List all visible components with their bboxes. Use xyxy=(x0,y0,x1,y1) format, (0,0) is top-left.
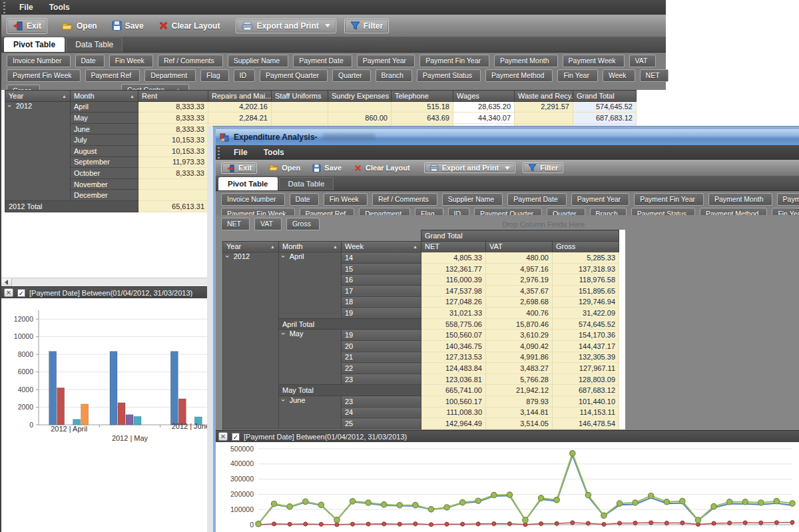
row-header-month[interactable]: ›May xyxy=(279,330,342,385)
row-header-week[interactable]: 22 xyxy=(342,363,421,374)
field-button-ref-comments[interactable]: Ref / Comments xyxy=(158,55,223,67)
field-button-payment-week[interactable]: Payment Week xyxy=(777,193,799,206)
row-header-month[interactable]: July xyxy=(71,134,138,146)
save-button[interactable]: Save xyxy=(107,19,149,33)
field-button-ref-comments[interactable]: Ref / Comments xyxy=(372,193,437,206)
column-header-net[interactable]: NET xyxy=(421,241,486,252)
row-header-month[interactable]: December xyxy=(71,190,138,201)
field-button-payment-year[interactable]: Payment Year xyxy=(357,55,415,67)
row-header-year-total[interactable]: 2012 Total xyxy=(5,200,138,212)
row-header-year[interactable]: ›2012 xyxy=(223,252,279,429)
exit-button[interactable]: Exit xyxy=(221,162,257,174)
field-button-gross[interactable]: Gross xyxy=(286,218,320,230)
row-header-month-total[interactable]: May Total xyxy=(279,385,421,396)
expand-chevron-icon[interactable]: › xyxy=(280,399,288,401)
clear-layout-button[interactable]: Clear Layout xyxy=(350,163,414,173)
field-button-payment-method[interactable]: Payment Method xyxy=(485,69,553,82)
title-bar[interactable]: Expenditure Analysis- xyxy=(216,129,799,145)
field-button-vat[interactable]: VAT xyxy=(629,55,657,67)
field-button-quarter[interactable]: Quarter xyxy=(332,69,371,82)
expand-chevron-icon[interactable]: › xyxy=(6,105,14,107)
tab-data-table[interactable]: Data Table xyxy=(279,177,334,190)
row-header-week[interactable]: 14 xyxy=(342,252,421,264)
column-header-month[interactable]: Month▲ xyxy=(71,91,138,102)
field-button-payment-fin-year[interactable]: Payment Fin Year xyxy=(634,193,704,206)
field-button-payment-month[interactable]: Payment Month xyxy=(494,55,558,67)
filter-checkbox[interactable]: ✓ xyxy=(17,289,25,297)
filter-button[interactable]: Filter xyxy=(344,19,389,33)
filter-button[interactable]: Filter xyxy=(523,162,563,173)
column-header-rent[interactable]: Rent xyxy=(138,91,208,102)
row-header-week[interactable]: 19 xyxy=(342,308,421,319)
field-button-invoice-number[interactable]: Invoice Number xyxy=(221,193,285,206)
field-button-payment-month[interactable]: Payment Month xyxy=(708,193,772,206)
expand-chevron-icon[interactable]: › xyxy=(280,255,288,258)
row-header-month[interactable]: September xyxy=(71,156,138,168)
open-button[interactable]: Open xyxy=(57,19,103,33)
export-print-button[interactable]: Export and Print xyxy=(236,19,336,33)
menu-file[interactable]: File xyxy=(226,148,256,157)
tab-data-table[interactable]: Data Table xyxy=(66,37,123,52)
row-header-week[interactable]: 24 xyxy=(342,407,421,418)
field-button-department[interactable]: Department xyxy=(144,69,196,82)
menu-file[interactable]: File xyxy=(11,3,41,12)
field-button-id[interactable]: ID xyxy=(234,69,256,82)
expand-chevron-icon[interactable]: › xyxy=(280,333,288,336)
row-header-week[interactable]: 20 xyxy=(342,340,421,352)
field-button-fin-week[interactable]: Fin Week xyxy=(109,55,153,67)
row-header-week[interactable]: 16 xyxy=(342,274,421,286)
field-button-payment-fin-week[interactable]: Payment Fin Week xyxy=(7,69,81,82)
tab-pivot-table[interactable]: Pivot Table xyxy=(4,37,65,52)
column-header-year[interactable]: Year▲ xyxy=(223,241,279,252)
column-header-year[interactable]: Year▲ xyxy=(5,91,71,102)
open-button[interactable]: Open xyxy=(265,163,304,172)
row-header-week[interactable]: 23 xyxy=(342,374,421,385)
row-header-month[interactable]: ›April xyxy=(279,252,342,319)
column-header-grand-total[interactable]: Grand Total xyxy=(573,91,637,102)
row-header-week[interactable]: 17 xyxy=(342,285,421,296)
field-button-invoice-number[interactable]: Invoice Number xyxy=(7,55,71,67)
field-button-date[interactable]: Date xyxy=(290,193,319,206)
filter-checkbox[interactable]: ✓ xyxy=(232,433,240,441)
row-header-month[interactable]: April xyxy=(71,101,138,113)
row-header-month[interactable]: October xyxy=(71,168,138,179)
column-header-month[interactable]: Month▲ xyxy=(279,241,342,252)
field-button-net[interactable]: NET xyxy=(640,69,668,82)
field-button-payment-date[interactable]: Payment Date xyxy=(507,193,567,206)
menu-tools[interactable]: Tools xyxy=(256,148,292,157)
export-print-button[interactable]: Export and Print xyxy=(424,162,516,173)
row-header-month-total[interactable]: April Total xyxy=(279,318,421,330)
column-header-staff-uniforms[interactable]: Staff Uniforms xyxy=(272,91,328,102)
row-header-month[interactable]: August xyxy=(71,145,138,156)
menu-tools[interactable]: Tools xyxy=(41,3,78,12)
column-header-repairs-and-mai[interactable]: Repairs and Mai... xyxy=(208,91,272,102)
row-header-month[interactable]: November xyxy=(71,178,138,190)
row-header-week[interactable]: 19 xyxy=(342,330,421,341)
toolbar-grip[interactable] xyxy=(1,0,6,15)
column-header-gross[interactable]: Gross xyxy=(553,241,619,252)
row-header-year[interactable]: ›2012 xyxy=(5,101,71,200)
grand-total-band[interactable]: Grand Total xyxy=(421,230,619,242)
field-button-flag[interactable]: Flag xyxy=(200,69,228,82)
column-header-waste-and-recy[interactable]: Waste and Recy... xyxy=(515,91,573,102)
field-button-fin-week[interactable]: Fin Week xyxy=(324,193,368,206)
column-header-vat[interactable]: VAT xyxy=(486,241,553,252)
column-header-telephone[interactable]: Telephone xyxy=(392,91,453,102)
field-button-date[interactable]: Date xyxy=(75,55,105,67)
row-header-week[interactable]: 15 xyxy=(342,263,421,274)
expand-chevron-icon[interactable]: › xyxy=(224,255,232,258)
clear-layout-button[interactable]: Clear Layout xyxy=(153,19,226,33)
row-header-month[interactable]: June xyxy=(71,123,138,134)
row-header-week[interactable]: 25 xyxy=(342,418,421,429)
exit-button[interactable]: Exit xyxy=(7,18,47,34)
scroll-left-button[interactable] xyxy=(1,278,12,286)
column-header-wages[interactable]: Wages xyxy=(453,91,515,102)
field-button-week[interactable]: Week xyxy=(603,69,635,82)
field-button-supplier-name[interactable]: Supplier Name xyxy=(442,193,503,206)
row-header-week[interactable]: 18 xyxy=(342,296,421,308)
row-header-month[interactable]: May xyxy=(71,113,138,124)
column-header-week[interactable]: Week▲ xyxy=(342,241,421,252)
close-icon[interactable]: ✕ xyxy=(4,288,13,297)
field-button-payment-quarter[interactable]: Payment Quarter xyxy=(260,69,328,82)
toolbar-grip[interactable] xyxy=(216,145,220,160)
